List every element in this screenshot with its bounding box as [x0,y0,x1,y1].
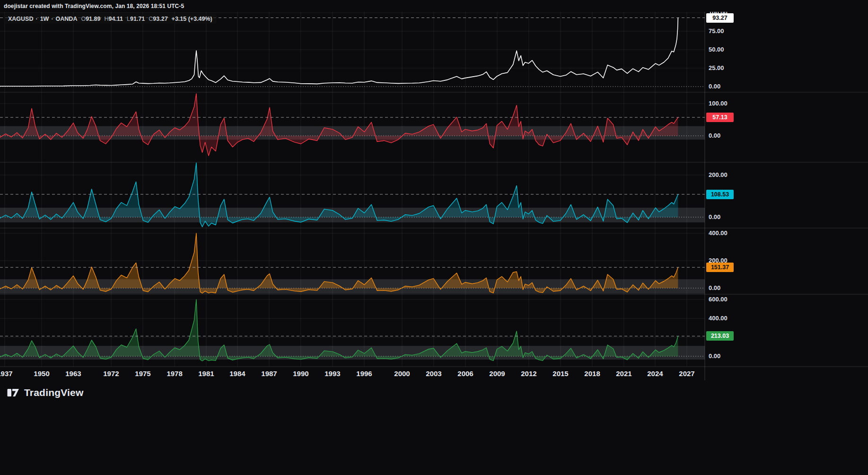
price-scale-label: 0.00 [709,83,720,90]
time-scale-label: 2027 [679,369,694,378]
price-scale-label: 100.00 [709,100,728,107]
price-scale-label: 600.00 [709,296,728,303]
price-scale-label: 0.00 [709,213,720,221]
price-scale-label: 0.00 [709,284,720,292]
legend-open-label: O [81,16,86,22]
legend-open-value: 91.89 [86,16,100,22]
legend-close-label: C [149,16,153,22]
price-tag-red-oscillator: 57.13 [706,113,734,122]
time-scale-label: 1996 [356,369,372,378]
chart-page: doejistar created with TradingView.com, … [0,0,868,475]
time-scale-label: 2024 [647,369,663,378]
time-scale-label: 1987 [261,369,277,378]
time-scale-label: 1950 [34,369,49,378]
symbol-legend[interactable]: XAGUSD·1W·OANDAO91.89H94.11L91.71C93.27+… [4,14,217,24]
time-scale-label: 2021 [616,369,631,378]
time-scale-label: 2000 [394,369,410,378]
tradingview-logo-text: TradingView [24,387,84,398]
time-scale-label: 1978 [167,369,182,378]
time-scale-label: 1993 [324,369,340,378]
time-scale-label: 1963 [65,369,81,378]
legend-timeframe[interactable]: 1W [40,16,49,22]
attribution-bar: doejistar created with TradingView.com, … [0,0,868,12]
price-scale-label: 50.00 [709,46,724,53]
price-scale-label: 0.00 [709,132,720,140]
time-scale-label: 1975 [135,369,150,378]
price-scale-label: 400.00 [709,315,728,322]
time-scale-label: 2006 [457,369,473,378]
legend-separator: · [51,16,53,22]
price-scale-label: 75.00 [709,27,724,35]
legend-separator: · [35,16,37,22]
time-scale-label: 2012 [521,369,536,378]
attribution-text: doejistar created with TradingView.com, … [4,3,184,9]
time-scale-label: 1972 [103,369,119,378]
legend-low-label: L [127,16,130,22]
legend-change: +3.15 (+3.49%) [172,16,212,22]
time-scale-label: 2009 [489,369,505,378]
price-scale[interactable]: 100.0075.0050.0025.000.0093.27100.000.00… [705,0,771,383]
legend-close-value: 93.27 [153,16,167,22]
time-scale[interactable]: 1937195019631972197519781981198419871990… [0,368,738,380]
price-tag-cyan-oscillator: 108.53 [706,190,734,199]
price-scale-label: 200.00 [709,171,728,179]
time-scale-label: 2015 [552,369,568,378]
legend-exchange: OANDA [56,16,78,22]
price-tag-orange-oscillator: 151.37 [706,263,734,272]
time-scale-label: 2003 [426,369,441,378]
time-scale-label: 1937 [0,369,13,378]
price-tag-green-oscillator: 213.03 [706,331,734,341]
legend-high-value: 94.11 [108,16,123,22]
time-scale-label: 2018 [584,369,600,378]
price-scale-label: 0.00 [709,352,720,360]
price-scale-label: 400.00 [709,229,728,237]
legend-low-value: 91.71 [130,16,145,22]
time-scale-label: 1990 [293,369,308,378]
tradingview-logo[interactable]: TradingView [7,386,84,399]
price-scale-label: 25.00 [709,64,724,72]
time-scale-label: 1984 [229,369,245,378]
price-tag-price-main: 93.27 [706,13,734,23]
legend-symbol[interactable]: XAGUSD [8,16,33,22]
time-scale-label: 1981 [198,369,214,378]
tradingview-icon [7,386,20,399]
